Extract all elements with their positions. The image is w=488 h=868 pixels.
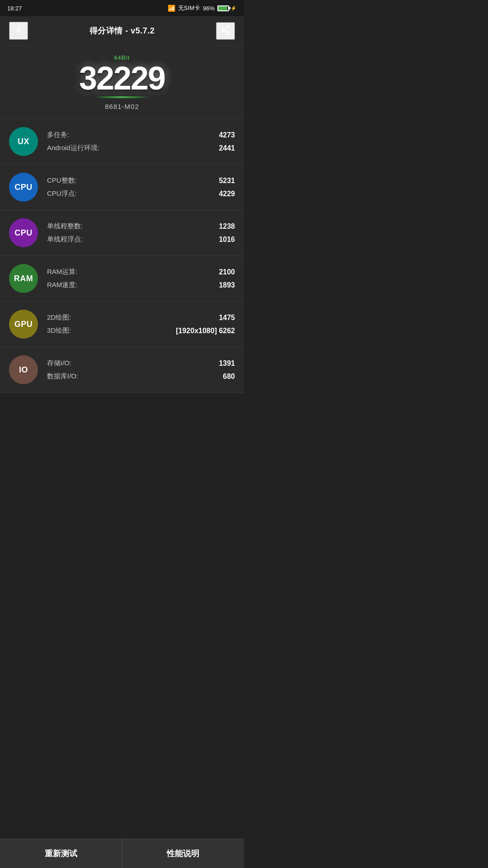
bench-label-2-0: 单线程整数: [47,222,83,231]
bench-value-2-0: 1238 [219,222,235,231]
bench-item-2-0: 单线程整数:1238 [47,220,235,233]
score-section: 64Bit 32229 8681-M02 [0,46,244,119]
no-sim-label: 无SIM卡 [178,4,200,12]
bench-icon-0: UX [9,127,38,156]
back-button[interactable] [9,22,28,40]
bench-label-5-0: 存储I/O: [47,359,71,368]
main-score: 32229 [7,62,237,94]
battery-percent: 96% [203,5,215,12]
bench-row-1: CPUCPU整数:5231CPU浮点:4229 [0,165,244,210]
bench-item-4-1: 3D绘图:[868x488] 6262 [47,324,235,337]
bench-row-2: CPU单线程整数:1238单线程浮点:1016 [0,210,244,256]
bench-label-3-0: RAM运算: [47,268,78,276]
top-nav: 得分详情 - v5.7.2 [0,16,244,46]
svg-line-3 [224,30,227,32]
bench-value-1-1: 4229 [219,190,235,198]
svg-line-4 [224,27,227,29]
bench-item-1-1: CPU浮点:4229 [47,187,235,200]
bench-label-4-1: 3D绘图: [47,326,71,335]
bench-row-4: GPU2D绘图:14753D绘图:[868x488] 6262 [0,302,244,347]
bench-item-5-1: 数据库I/O:680 [47,370,235,383]
bench-value-4-1: [868x488] 6262 [176,327,235,335]
bench-details-0: 多任务:4273Android运行环境:2441 [47,128,235,155]
bench-row-5: IO存储I/O:1391数据库I/O:680 [0,347,244,393]
bench-value-0-1: 2441 [219,144,235,152]
bench-item-4-0: 2D绘图:1475 [47,311,235,324]
bench-label-2-1: 单线程浮点: [47,235,83,244]
benchmark-list: UX多任务:4273Android运行环境:2441CPUCPU整数:5231C… [0,119,244,393]
bench-icon-3: RAM [9,264,38,293]
bench-item-0-1: Android运行环境:2441 [47,142,235,155]
bench-label-1-0: CPU整数: [47,176,77,185]
bench-icon-4: GPU [9,310,38,339]
battery-container: ⚡ [217,5,237,11]
bench-value-3-1: 1893 [219,281,235,289]
bench-item-2-1: 单线程浮点:1016 [47,233,235,246]
score-underline [95,96,149,98]
bench-value-2-1: 1016 [219,236,235,244]
status-time: 18:27 [7,5,22,12]
page-title: 得分详情 - v5.7.2 [89,25,155,36]
status-right: 📶 无SIM卡 96% ⚡ [168,4,237,12]
bench-details-3: RAM运算:2100RAM速度:1893 [47,265,235,292]
bench-details-5: 存储I/O:1391数据库I/O:680 [47,357,235,383]
bench-icon-1: CPU [9,173,38,202]
bench-label-4-0: 2D绘图: [47,313,71,322]
bench-row-3: RAMRAM运算:2100RAM速度:1893 [0,256,244,302]
bench-label-1-1: CPU浮点: [47,189,77,198]
bench-details-2: 单线程整数:1238单线程浮点:1016 [47,220,235,246]
bench-row-0: UX多任务:4273Android运行环境:2441 [0,119,244,165]
bench-details-4: 2D绘图:14753D绘图:[868x488] 6262 [47,311,235,337]
bench-item-3-0: RAM运算:2100 [47,265,235,278]
wifi-icon: 📶 [168,5,175,12]
bench-label-3-1: RAM速度: [47,281,78,289]
battery-fill [218,6,227,10]
device-id: 8681-M02 [7,103,237,110]
bench-value-4-0: 1475 [219,314,235,322]
bench-value-5-1: 680 [223,373,235,381]
bench-icon-2: CPU [9,218,38,247]
bench-value-0-0: 4273 [219,131,235,139]
bench-label-0-0: 多任务: [47,131,69,139]
bench-label-5-1: 数据库I/O: [47,372,78,381]
bench-icon-5: IO [9,355,38,384]
battery-bar [217,5,229,11]
charge-icon: ⚡ [230,5,237,11]
bench-item-5-0: 存储I/O:1391 [47,357,235,370]
status-bar: 18:27 📶 无SIM卡 96% ⚡ [0,0,244,16]
bench-item-0-0: 多任务:4273 [47,128,235,142]
bench-value-3-0: 2100 [219,268,235,276]
bench-label-0-1: Android运行环境: [47,144,99,152]
bench-value-1-0: 5231 [219,177,235,185]
bench-item-1-0: CPU整数:5231 [47,174,235,187]
bench-item-3-1: RAM速度:1893 [47,278,235,292]
bench-value-5-0: 1391 [219,359,235,368]
bench-details-1: CPU整数:5231CPU浮点:4229 [47,174,235,200]
share-button[interactable] [216,22,235,40]
